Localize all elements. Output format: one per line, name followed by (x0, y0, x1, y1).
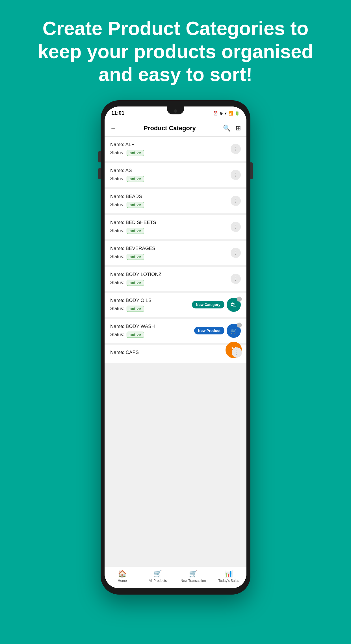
item-content: Name: BODY LOTIONZ Status: active (110, 272, 161, 286)
more-button[interactable]: ⋮ (231, 274, 241, 284)
more-button[interactable]: ⋮ (231, 196, 241, 206)
item-content: Name: BODY OILS Status: active (110, 298, 151, 312)
new-product-label: New Product (194, 327, 224, 334)
item-content: Name: CAPS (110, 350, 139, 358)
list-item: Name: BODY OILS Status: active New Categ… (105, 293, 246, 317)
item-content: Name: BEVERAGES Status: active (110, 246, 155, 260)
top-bar-icons: 🔍 ⊞ (223, 125, 241, 132)
item-name: Name: CAPS (110, 350, 139, 355)
item-status: Status: active (110, 228, 156, 234)
nav-item-home[interactable]: 🏠 Home (105, 570, 140, 583)
bottom-nav: 🏠 Home 🛒 All Products 🛒 New Transaction … (105, 567, 246, 588)
more-button[interactable]: ⋮ (231, 248, 241, 258)
status-badge: active (127, 280, 144, 286)
item-name: Name: ALP (110, 142, 144, 147)
battery-icon: 🔋 (235, 111, 240, 116)
list-item: Name: ALP Status: active ⋮ (105, 137, 246, 161)
camera (174, 109, 177, 113)
top-bar: ← Product Category 🔍 ⊞ (105, 120, 246, 137)
item-name: Name: BODY WASH (110, 324, 155, 329)
item-name: Name: BODY LOTIONZ (110, 272, 161, 277)
status-badge: active (127, 176, 144, 182)
search-button[interactable]: 🔍 (223, 125, 231, 132)
item-status: Status: active (110, 254, 155, 260)
all-products-icon: 🛒 (153, 570, 162, 578)
item-status: Status: active (110, 150, 144, 156)
more-button[interactable]: ⋮ (231, 144, 241, 154)
list-item: Name: BEADS Status: active ⋮ (105, 189, 246, 213)
todays-sales-icon: 📊 (224, 570, 233, 578)
item-content: Name: BEADS Status: active (110, 194, 144, 208)
nav-label-all-products: All Products (149, 579, 167, 583)
notch (167, 106, 184, 114)
more-button[interactable]: ⋮ (231, 222, 241, 232)
grid-button[interactable]: ⊞ (236, 125, 241, 132)
status-icons: ⏰ ⊖ ▾ 📶 🔋 (213, 111, 240, 116)
status-bar: 11:01 ⏰ ⊖ ▾ 📶 🔋 (105, 106, 246, 120)
status-time: 11:01 (111, 110, 124, 116)
phone-frame: 11:01 ⏰ ⊖ ▾ 📶 🔋 ← Product Category 🔍 ⊞ (101, 100, 250, 595)
back-button[interactable]: ← (110, 125, 116, 132)
item-content: Name: ALP Status: active (110, 142, 144, 156)
hero-text: Create Product Categories to keep your p… (0, 0, 351, 97)
item-status: Status: active (110, 332, 155, 338)
list-item: Name: BEVERAGES Status: active ⋮ (105, 241, 246, 265)
status-badge: active (127, 202, 144, 208)
status-badge: active (127, 150, 144, 156)
alarm-icon: ⏰ (213, 111, 218, 116)
nav-item-todays-sales[interactable]: 📊 Today's Sales (211, 570, 247, 583)
more-button[interactable]: ⋮ (232, 347, 242, 358)
list-item: Name: AS Status: active ⋮ (105, 163, 246, 187)
new-category-label: New Category (192, 301, 224, 308)
list-item: Name: BED SHEETS Status: active ⋮ (105, 215, 246, 239)
nav-label-todays-sales: Today's Sales (218, 579, 239, 583)
hero-section: Create Product Categories to keep your p… (0, 0, 351, 97)
item-name: Name: AS (110, 168, 144, 173)
minus-icon: ⊖ (220, 111, 223, 116)
phone-screen: 11:01 ⏰ ⊖ ▾ 📶 🔋 ← Product Category 🔍 ⊞ (105, 106, 246, 588)
item-name: Name: BED SHEETS (110, 220, 156, 225)
home-icon: 🏠 (118, 570, 127, 578)
status-badge: active (127, 228, 144, 234)
status-badge: active (127, 332, 144, 338)
status-badge: active (127, 306, 144, 312)
item-status: Status: active (110, 280, 161, 286)
item-content: Name: BED SHEETS Status: active (110, 220, 156, 234)
item-name: Name: BEADS (110, 194, 144, 199)
item-status: Status: active (110, 202, 144, 208)
status-badge: active (127, 254, 144, 260)
more-button[interactable]: ⋮ (231, 170, 241, 180)
page-title: Product Category (144, 125, 196, 132)
item-status: Status: active (110, 306, 151, 312)
nav-label-new-transaction: New Transaction (181, 579, 206, 583)
category-list: Name: ALP Status: active ⋮ Name: AS Stat… (105, 137, 246, 567)
item-content: Name: AS Status: active (110, 168, 144, 182)
signal-icon: 📶 (228, 111, 233, 116)
item-name: Name: BEVERAGES (110, 246, 155, 251)
new-transaction-icon: 🛒 (189, 570, 198, 578)
list-item: Name: BODY LOTIONZ Status: active ⋮ (105, 267, 246, 291)
nav-label-home: Home (118, 579, 127, 583)
list-item: Name: CAPS ✕ ⋮ (105, 345, 246, 363)
list-item: Name: BODY WASH Status: active New Produ… (105, 319, 246, 343)
nav-item-new-transaction[interactable]: 🛒 New Transaction (176, 570, 211, 583)
item-content: Name: BODY WASH Status: active (110, 324, 155, 338)
item-name: Name: BODY OILS (110, 298, 151, 303)
wifi-icon: ▾ (225, 111, 227, 116)
nav-item-all-products[interactable]: 🛒 All Products (140, 570, 176, 583)
item-status: Status: active (110, 176, 144, 182)
